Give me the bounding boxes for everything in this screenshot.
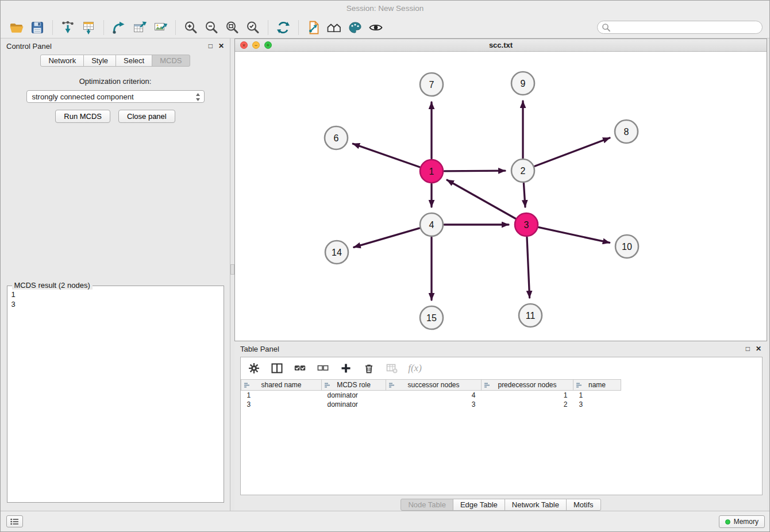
edge-1-to-6[interactable] <box>353 144 419 167</box>
node-7[interactable]: 7 <box>420 73 443 96</box>
import-network-button[interactable] <box>57 18 78 37</box>
tab-network[interactable]: Network <box>40 55 84 67</box>
tab-motifs[interactable]: Motifs <box>566 499 601 511</box>
trash-icon <box>363 363 375 374</box>
table-cell: 3 <box>386 400 482 409</box>
export-table-button[interactable] <box>129 18 150 37</box>
search-input[interactable] <box>597 21 763 34</box>
node-6[interactable]: 6 <box>325 126 348 149</box>
edge-3-to-10[interactable] <box>539 228 610 243</box>
vertical-splitter-grip[interactable] <box>230 264 234 275</box>
chevron-up-down-icon <box>195 92 201 102</box>
zoom-in-button[interactable] <box>180 18 201 37</box>
column-label: shared name <box>261 381 301 389</box>
column-header-shared-name[interactable]: shared name <box>241 380 322 391</box>
add-column-button[interactable] <box>340 362 352 375</box>
optimization-criterion-select[interactable]: strongly connected component <box>26 90 205 103</box>
show-hide-button[interactable] <box>365 18 386 37</box>
node-14[interactable]: 14 <box>325 241 348 264</box>
mcds-buttons: Run MCDS Close panel <box>55 110 175 123</box>
export-image-button[interactable] <box>150 18 171 37</box>
edge-2-to-8[interactable] <box>535 138 610 166</box>
refresh-button[interactable] <box>273 18 294 37</box>
memory-button[interactable]: Memory <box>719 515 765 528</box>
close-panel-icon[interactable]: ✕ <box>756 345 761 353</box>
table-cell: 2 <box>482 400 573 409</box>
network-window-titlebar: × − + scc.txt <box>235 39 767 52</box>
task-history-button[interactable] <box>6 515 23 527</box>
close-panel-icon[interactable]: ✕ <box>218 42 224 50</box>
svg-text:6: 6 <box>334 133 339 143</box>
minimize-window-icon[interactable]: − <box>252 41 260 49</box>
open-session-file-button[interactable] <box>303 18 324 37</box>
float-panel-icon[interactable]: □ <box>746 345 750 353</box>
svg-text:2: 2 <box>521 166 526 176</box>
node-15[interactable]: 15 <box>420 306 443 329</box>
new-network-button[interactable] <box>109 18 129 37</box>
zoom-fit-button[interactable] <box>222 18 242 37</box>
table-settings-button[interactable] <box>248 362 260 375</box>
close-panel-button[interactable]: Close panel <box>118 110 175 123</box>
toolbar-separator <box>268 20 268 35</box>
edge-2-to-3[interactable] <box>523 183 525 207</box>
network-canvas[interactable]: 7968124314101511 <box>235 52 767 341</box>
node-10[interactable]: 10 <box>615 235 638 258</box>
open-session-file-icon <box>306 20 321 35</box>
zoom-selected-button[interactable] <box>242 18 263 37</box>
run-mcds-button[interactable]: Run MCDS <box>55 110 110 123</box>
selected-option: strongly connected component <box>32 92 134 101</box>
zoom-window-icon[interactable]: + <box>264 41 272 49</box>
control-panel-header: Control Panel □ ✕ <box>1 38 230 53</box>
tab-edge-table[interactable]: Edge Table <box>453 499 505 511</box>
svg-text:10: 10 <box>622 242 632 252</box>
tab-node-table[interactable]: Node Table <box>401 499 453 511</box>
tab-network-table[interactable]: Network Table <box>505 499 567 511</box>
mcds-result-lines[interactable]: 1 3 <box>7 286 224 502</box>
table-row[interactable]: 3dominator323 <box>241 400 621 409</box>
edge-1-to-2[interactable] <box>444 171 505 171</box>
node-table-container: f(x) shared nameMCDS rolesuccessor nodes… <box>240 357 763 495</box>
node-9[interactable]: 9 <box>511 72 534 95</box>
node-11[interactable]: 11 <box>519 304 542 327</box>
zoom-out-button[interactable] <box>201 18 222 37</box>
close-window-icon[interactable]: × <box>240 41 248 49</box>
node-2[interactable]: 2 <box>511 159 534 182</box>
table-row[interactable]: 1dominator411 <box>241 391 621 400</box>
control-panel-title: Control Panel <box>6 42 203 51</box>
svg-text:9: 9 <box>521 79 526 88</box>
clear-selection-button[interactable] <box>317 362 329 375</box>
titlebar: Session: New Session <box>1 1 769 17</box>
node-8[interactable]: 8 <box>615 120 638 143</box>
node-4[interactable]: 4 <box>420 213 443 236</box>
style-palette-icon <box>348 20 363 35</box>
svg-text:14: 14 <box>332 248 342 257</box>
tab-mcds[interactable]: MCDS <box>152 55 190 67</box>
delete-column-button[interactable] <box>363 362 375 375</box>
import-table-button[interactable] <box>78 18 99 37</box>
column-header-MCDS-role[interactable]: MCDS role <box>322 380 386 391</box>
edge-4-to-14[interactable] <box>354 228 419 247</box>
sort-icon <box>324 382 330 390</box>
node-1[interactable]: 1 <box>420 160 443 183</box>
column-header-name[interactable]: name <box>573 380 621 391</box>
open-file-button[interactable] <box>6 18 27 37</box>
style-preview-button[interactable] <box>345 18 365 37</box>
tab-style[interactable]: Style <box>83 55 116 67</box>
table-panel-header: Table Panel □ ✕ <box>234 341 767 356</box>
tab-select[interactable]: Select <box>116 55 152 67</box>
edge-3-to-1[interactable] <box>447 180 515 218</box>
export-image-icon <box>153 20 168 35</box>
table-cell: dominator <box>322 400 386 409</box>
select-all-icon <box>294 363 306 374</box>
save-session-button[interactable] <box>27 18 48 37</box>
edge-3-to-11[interactable] <box>527 237 530 298</box>
select-all-button[interactable] <box>294 362 306 375</box>
column-header-successor-nodes[interactable]: successor nodes <box>386 380 482 391</box>
node-3[interactable]: 3 <box>515 213 538 236</box>
float-panel-icon[interactable]: □ <box>209 42 213 50</box>
column-header-predecessor-nodes[interactable]: predecessor nodes <box>482 380 573 391</box>
table-header-row: shared nameMCDS rolesuccessor nodesprede… <box>241 380 621 391</box>
show-columns-button[interactable] <box>271 362 283 375</box>
apps-home-button[interactable] <box>324 18 345 37</box>
table-cell: 3 <box>241 400 322 409</box>
